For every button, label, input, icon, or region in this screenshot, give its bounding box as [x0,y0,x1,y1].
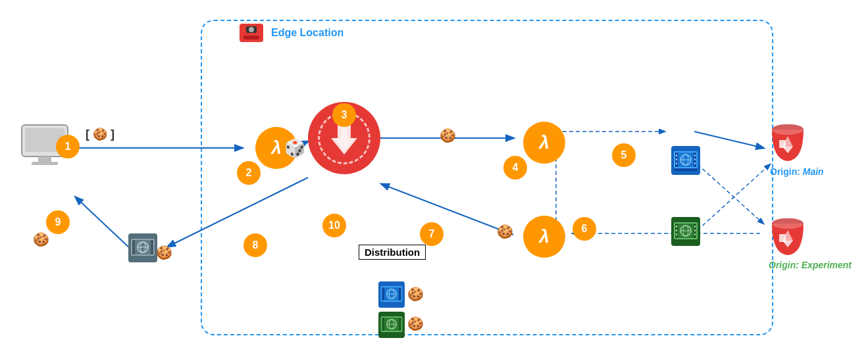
cf-icon-dist-2 [378,312,407,341]
lambda-circle-2: λ [523,122,565,164]
svg-rect-29 [676,158,677,160]
edge-location-header: Edge Location [237,18,344,47]
badge-10: 10 [322,214,346,237]
edge-location-label: Edge Location [271,27,344,39]
origin-main-label: Origin: Main [770,166,824,178]
svg-rect-67 [399,287,401,301]
cookie-dist-2: 🍪 [407,316,424,331]
cf-icon-1 [671,146,700,175]
svg-point-15 [249,27,254,32]
cf-icon-dist-1 [378,281,407,310]
bracket-cookie-label: [ 🍪 ] [86,127,115,141]
svg-rect-52 [694,229,696,231]
edge-location-box [201,20,773,335]
badge-4: 4 [503,156,527,180]
cookie-6: 🍪 [497,224,513,239]
svg-rect-50 [676,233,677,235]
svg-rect-28 [676,155,677,156]
svg-rect-31 [694,155,696,156]
svg-line-12 [76,197,132,250]
s3-bucket-experiment [770,216,806,258]
cookie-9: 🍪 [33,231,49,247]
badge-3: 3 [332,103,356,127]
badge-1: 1 [56,135,80,158]
svg-rect-82 [132,240,135,254]
svg-rect-66 [382,287,384,301]
origin-experiment-label: Origin: Experiment [769,259,852,271]
cf-icon-response [128,233,157,262]
s3-bucket-main [770,122,806,164]
badge-2: 2 [237,161,261,185]
svg-rect-74 [382,318,384,331]
badge-5: 5 [612,143,636,167]
svg-rect-16 [243,36,259,39]
cookie-dist-1: 🍪 [407,286,424,302]
svg-rect-30 [676,162,677,164]
svg-rect-20 [32,162,58,165]
cookie-3: 🍪 [440,128,456,143]
badge-9: 9 [46,210,70,234]
svg-rect-75 [399,318,401,331]
badge-7: 7 [420,222,444,246]
svg-rect-51 [694,226,696,228]
distribution-label: Distribution [359,245,426,260]
dice-icon: 🎲 [284,138,305,158]
svg-rect-53 [694,233,696,235]
svg-rect-49 [676,229,677,231]
cookie-response: 🍪 [156,245,172,260]
svg-rect-33 [694,162,696,164]
cf-icon-2 [671,217,700,246]
badge-8: 8 [243,233,267,257]
lambda-circle-3: λ [523,216,565,258]
svg-rect-19 [38,156,51,162]
svg-rect-48 [676,226,677,228]
svg-point-39 [772,124,804,135]
badge-6: 6 [573,217,596,241]
diagram-container: Edge Location 1 [ 🍪 ] λ 🎲 2 🍪 [0,0,868,361]
svg-rect-83 [151,240,153,254]
edge-location-icon [237,18,266,47]
svg-rect-32 [694,158,696,160]
svg-point-59 [772,218,804,229]
svg-rect-57 [674,239,698,242]
svg-rect-37 [674,168,698,171]
